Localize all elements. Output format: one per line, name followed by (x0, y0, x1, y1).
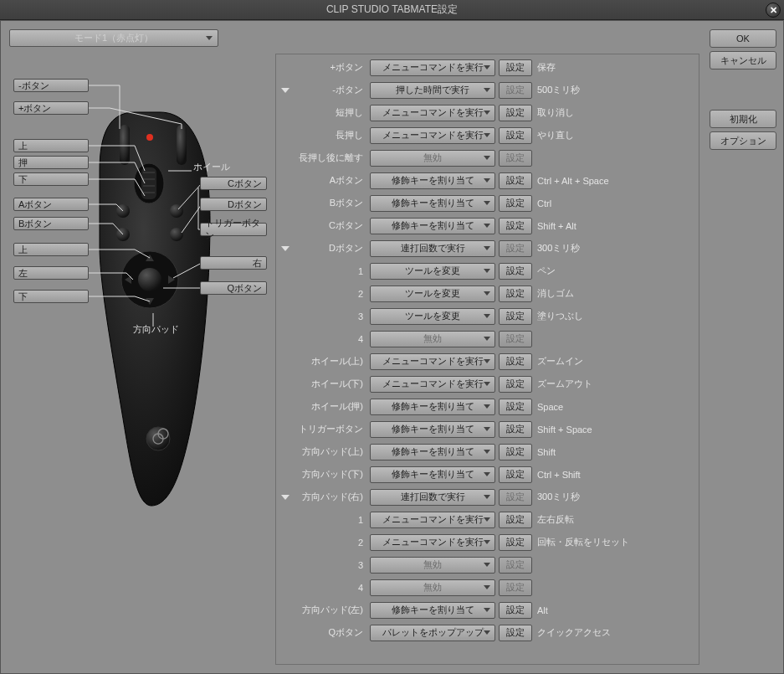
action-select[interactable]: 修飾キーを割り当て (370, 421, 495, 438)
row-value: Ctrl + Alt + Space (535, 176, 609, 186)
row-label: Bボタン (295, 197, 366, 209)
configure-button[interactable]: 設定 (499, 218, 532, 234)
action-select[interactable]: メニューコマンドを実行 (370, 59, 495, 76)
chevron-down-icon (484, 359, 490, 363)
callout-dpad-left: 左 (13, 266, 89, 280)
action-select[interactable]: 修飾キーを割り当て (370, 466, 495, 483)
option-button[interactable]: オプション (710, 131, 776, 150)
action-select[interactable]: 連打回数で実行 (370, 240, 495, 257)
callout-d: Dボタン (200, 198, 267, 211)
cancel-button[interactable]: キャンセル (710, 51, 776, 69)
row-label: Aボタン (295, 174, 366, 187)
action-select[interactable]: 無効 (370, 557, 495, 574)
action-select[interactable]: 無効 (370, 331, 495, 347)
configure-button[interactable]: 設定 (499, 353, 532, 370)
configure-button[interactable]: 設定 (499, 127, 532, 144)
row-value: 300ミリ秒 (535, 491, 580, 503)
action-select[interactable]: メニューコマンドを実行 (370, 353, 495, 370)
action-select[interactable]: メニューコマンドを実行 (370, 105, 495, 121)
setting-row: 短押しメニューコマンドを実行設定取り消し (278, 101, 697, 124)
configure-button[interactable]: 設定 (499, 376, 532, 393)
configure-button[interactable]: 設定 (499, 172, 532, 189)
chevron-down-icon (484, 517, 490, 522)
titlebar: CLIP STUDIO TABMATE設定 ✕ (0, 0, 784, 20)
configure-button[interactable]: 設定 (499, 625, 532, 641)
configure-button[interactable]: 設定 (499, 444, 532, 460)
chevron-down-icon (484, 404, 490, 409)
callout-plus: +ボタン (13, 101, 89, 115)
action-select[interactable]: ツールを変更 (370, 286, 495, 302)
action-select[interactable]: パレットをポップアップ (370, 625, 495, 641)
action-select[interactable]: 修飾キーを割り当て (370, 172, 495, 189)
chevron-down-icon (484, 88, 490, 92)
expand-icon[interactable] (281, 495, 290, 500)
action-select[interactable]: メニューコマンドを実行 (370, 512, 495, 528)
action-select[interactable]: ツールを変更 (370, 263, 495, 280)
action-select[interactable]: メニューコマンドを実行 (370, 127, 495, 144)
chevron-down-icon (484, 246, 490, 250)
setting-row: +ボタンメニューコマンドを実行設定保存 (278, 56, 697, 79)
callout-b: Bボタン (13, 217, 89, 230)
close-icon[interactable]: ✕ (766, 3, 781, 18)
configure-button[interactable]: 設定 (499, 263, 532, 280)
row-label: ホイール(押) (295, 400, 366, 413)
action-select[interactable]: 連打回数で実行 (370, 489, 495, 506)
row-label: 長押し後に離す (295, 152, 366, 164)
configure-button[interactable]: 設定 (499, 399, 532, 415)
row-value: Shift + Alt (535, 221, 576, 231)
svg-point-14 (138, 268, 161, 291)
action-select[interactable]: 押した時間で実行 (370, 82, 495, 99)
action-select[interactable]: 修飾キーを割り当て (370, 399, 495, 415)
row-value: 塗りつぶし (535, 310, 583, 322)
svg-rect-1 (120, 125, 130, 165)
svg-point-12 (170, 228, 183, 241)
expand-icon[interactable] (281, 88, 290, 93)
settings-panel: +ボタンメニューコマンドを実行設定保存-ボタン押した時間で実行設定500ミリ秒短… (275, 54, 699, 665)
chevron-down-icon (484, 111, 490, 115)
row-value: 消しゴム (535, 287, 574, 300)
setting-row: -ボタン押した時間で実行設定500ミリ秒 (278, 79, 697, 101)
mode-select[interactable]: モード1（赤点灯） (9, 29, 218, 47)
action-select[interactable]: メニューコマンドを実行 (370, 376, 495, 393)
configure-button[interactable]: 設定 (499, 466, 532, 483)
action-select[interactable]: 修飾キーを割り当て (370, 195, 495, 212)
configure-button[interactable]: 設定 (499, 286, 532, 302)
chevron-down-icon (484, 563, 490, 567)
chevron-down-icon (484, 224, 490, 228)
configure-button[interactable]: 設定 (499, 421, 532, 438)
action-select[interactable]: 修飾キーを割り当て (370, 218, 495, 234)
row-value: Space (535, 402, 563, 412)
window-title: CLIP STUDIO TABMATE設定 (326, 3, 458, 17)
label-wheel: ホイール (193, 161, 230, 173)
callout-q: Qボタン (200, 281, 267, 295)
settings-scroll[interactable]: +ボタンメニューコマンドを実行設定保存-ボタン押した時間で実行設定500ミリ秒短… (276, 54, 699, 664)
action-select[interactable]: 修飾キーを割り当て (370, 602, 495, 619)
reset-button[interactable]: 初期化 (710, 110, 776, 128)
svg-rect-2 (177, 125, 187, 165)
configure-button[interactable]: 設定 (499, 308, 532, 325)
row-label: 1 (295, 515, 366, 525)
setting-row: ホイール(下)メニューコマンドを実行設定ズームアウト (278, 373, 697, 395)
action-select[interactable]: 無効 (370, 579, 495, 596)
expand-icon[interactable] (281, 246, 290, 251)
chevron-down-icon (484, 630, 490, 635)
action-select[interactable]: ツールを変更 (370, 308, 495, 325)
configure-button[interactable]: 設定 (499, 602, 532, 619)
setting-row: 2ツールを変更設定消しゴム (278, 282, 697, 305)
row-value: ペン (535, 265, 556, 277)
action-select[interactable]: メニューコマンドを実行 (370, 534, 495, 551)
setting-row: 方向パッド(下)修飾キーを割り当て設定Ctrl + Shift (278, 463, 697, 486)
action-select[interactable]: 無効 (370, 150, 495, 167)
setting-row: Qボタンパレットをポップアップ設定クイックアクセス (278, 621, 697, 644)
configure-button[interactable]: 設定 (499, 512, 532, 528)
setting-row: 方向パッド(右)連打回数で実行設定300ミリ秒 (278, 486, 697, 508)
setting-row: 3無効設定 (278, 553, 697, 576)
action-select[interactable]: 修飾キーを割り当て (370, 444, 495, 460)
configure-button: 設定 (499, 489, 532, 506)
row-label: 短押し (295, 106, 366, 119)
configure-button[interactable]: 設定 (499, 59, 532, 76)
configure-button[interactable]: 設定 (499, 105, 532, 121)
ok-button[interactable]: OK (710, 29, 776, 48)
configure-button[interactable]: 設定 (499, 534, 532, 551)
configure-button[interactable]: 設定 (499, 195, 532, 212)
